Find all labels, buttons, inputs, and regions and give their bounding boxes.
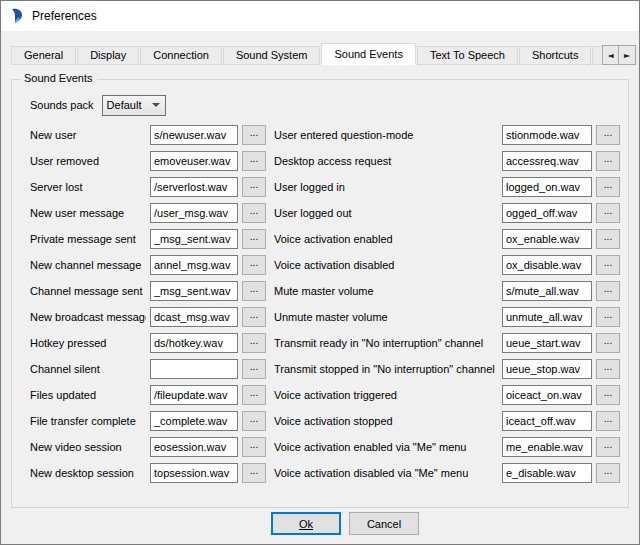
event-label: Unmute master volume — [274, 311, 498, 323]
sound-file-input[interactable] — [150, 281, 238, 301]
window-title: Preferences — [32, 9, 97, 23]
sound-event-row: Transmit ready in "No interruption" chan… — [274, 330, 620, 356]
sound-file-input[interactable] — [502, 333, 592, 353]
browse-button[interactable]: ... — [596, 177, 620, 197]
sound-event-row: Voice activation enabled via "Me" menu .… — [274, 434, 620, 460]
browse-button[interactable]: ... — [242, 307, 266, 327]
sound-file-input[interactable] — [502, 307, 592, 327]
sound-file-input[interactable] — [502, 359, 592, 379]
event-label: Voice activation disabled — [274, 259, 498, 271]
sound-file-input[interactable] — [502, 411, 592, 431]
sound-event-row: Channel silent ... — [30, 356, 266, 382]
sound-file-input[interactable] — [502, 385, 592, 405]
sound-event-row: User logged out ... — [274, 200, 620, 226]
browse-button[interactable]: ... — [596, 281, 620, 301]
sound-file-input[interactable] — [502, 437, 592, 457]
tab-label: General — [24, 49, 63, 61]
tab-scroll-right-button[interactable]: ► — [619, 45, 636, 65]
sound-file-input[interactable] — [150, 229, 238, 249]
sound-event-row: User removed ... — [30, 148, 266, 174]
tab-label: Text To Speech — [430, 49, 505, 61]
events-column-right: User entered question-mode ... Desktop a… — [274, 122, 620, 486]
sound-event-row: Voice activation triggered ... — [274, 382, 620, 408]
browse-button[interactable]: ... — [242, 177, 266, 197]
browse-button[interactable]: ... — [596, 229, 620, 249]
browse-button[interactable]: ... — [596, 333, 620, 353]
browse-button[interactable]: ... — [596, 151, 620, 171]
ok-button[interactable]: Ok — [271, 512, 341, 535]
browse-button[interactable]: ... — [596, 359, 620, 379]
sound-file-input[interactable] — [502, 229, 592, 249]
sound-file-input[interactable] — [150, 177, 238, 197]
browse-button[interactable]: ... — [242, 411, 266, 431]
browse-button[interactable]: ... — [242, 203, 266, 223]
tab[interactable]: Display — [77, 46, 139, 65]
browse-button[interactable]: ... — [242, 281, 266, 301]
sound-file-input[interactable] — [150, 125, 238, 145]
sound-file-input[interactable] — [150, 203, 238, 223]
browse-button[interactable]: ... — [596, 203, 620, 223]
tab[interactable]: Sound Events — [321, 43, 416, 65]
browse-button[interactable]: ... — [242, 229, 266, 249]
browse-button[interactable]: ... — [242, 463, 266, 483]
sound-file-input[interactable] — [502, 203, 592, 223]
browse-button[interactable]: ... — [596, 307, 620, 327]
sound-file-input[interactable] — [502, 125, 592, 145]
browse-button[interactable]: ... — [596, 463, 620, 483]
sound-file-input[interactable] — [150, 411, 238, 431]
browse-button[interactable]: ... — [596, 437, 620, 457]
sound-file-input[interactable] — [150, 463, 238, 483]
tab[interactable]: Sound System — [223, 46, 321, 65]
tab-bar: General Display Connection Sound System … — [11, 43, 637, 65]
event-label: User logged in — [274, 181, 498, 193]
browse-button[interactable]: ... — [596, 385, 620, 405]
sound-file-input[interactable] — [502, 151, 592, 171]
browse-button[interactable]: ... — [242, 333, 266, 353]
tab[interactable]: Text To Speech — [417, 46, 518, 65]
event-label: User removed — [30, 155, 146, 167]
browse-button[interactable]: ... — [242, 255, 266, 275]
sound-event-row: Voice activation stopped ... — [274, 408, 620, 434]
sound-file-input[interactable] — [150, 385, 238, 405]
browse-button[interactable]: ... — [242, 125, 266, 145]
tab[interactable]: Shortcuts — [519, 46, 591, 65]
sound-event-row: Voice activation disabled ... — [274, 252, 620, 278]
sound-file-input[interactable] — [150, 151, 238, 171]
browse-button[interactable]: ... — [596, 255, 620, 275]
sound-event-row: Files updated ... — [30, 382, 266, 408]
tab-scroll-left-button[interactable]: ◄ — [602, 45, 619, 65]
sound-file-input[interactable] — [150, 255, 238, 275]
sound-event-row: New broadcast message ... — [30, 304, 266, 330]
sound-event-row: New channel message ... — [30, 252, 266, 278]
sounds-pack-select[interactable]: Default — [102, 95, 166, 116]
event-label: User entered question-mode — [274, 129, 498, 141]
browse-button[interactable]: ... — [242, 359, 266, 379]
browse-button[interactable]: ... — [242, 385, 266, 405]
sound-file-input[interactable] — [150, 359, 238, 379]
app-icon — [9, 8, 25, 24]
sound-file-input[interactable] — [150, 437, 238, 457]
arrow-right-icon: ► — [624, 51, 630, 60]
sound-file-input[interactable] — [502, 281, 592, 301]
cancel-button[interactable]: Cancel — [349, 512, 419, 535]
event-label: Server lost — [30, 181, 146, 193]
tab[interactable]: Connection — [140, 46, 222, 65]
sounds-pack-value: Default — [107, 99, 142, 111]
event-label: Hotkey pressed — [30, 337, 146, 349]
sound-file-input[interactable] — [502, 255, 592, 275]
sound-file-input[interactable] — [502, 177, 592, 197]
browse-button[interactable]: ... — [596, 125, 620, 145]
sounds-pack-label: Sounds pack — [30, 99, 94, 111]
teamtalk-logo-icon — [9, 8, 25, 24]
sound-file-input[interactable] — [502, 463, 592, 483]
sound-event-row: Mute master volume ... — [274, 278, 620, 304]
sound-file-input[interactable] — [150, 307, 238, 327]
sound-file-input[interactable] — [150, 333, 238, 353]
event-label: Voice activation enabled — [274, 233, 498, 245]
browse-button[interactable]: ... — [596, 411, 620, 431]
tab[interactable]: General — [11, 46, 76, 65]
browse-button[interactable]: ... — [242, 151, 266, 171]
browse-button[interactable]: ... — [242, 437, 266, 457]
event-label: Channel silent — [30, 363, 146, 375]
event-label: New video session — [30, 441, 146, 453]
